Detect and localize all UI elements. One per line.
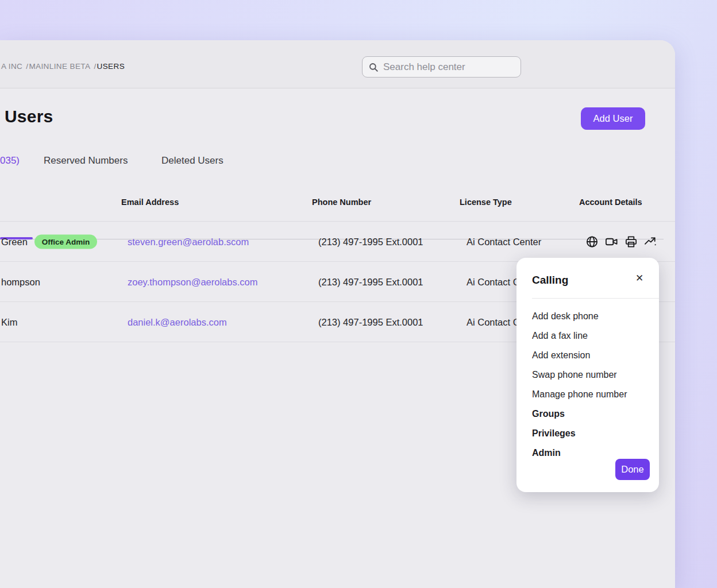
breadcrumb-current-page: USERS <box>97 62 125 71</box>
breadcrumb-separator: / <box>26 62 28 71</box>
search-input[interactable] <box>383 61 515 73</box>
table-row: Green Office Admin steven.green@aerolab.… <box>0 221 675 261</box>
breadcrumb: A INC/MAINLINE BETA/USERS <box>1 62 125 71</box>
tab-deleted-users[interactable]: Deleted Users <box>161 155 223 167</box>
printer-icon[interactable] <box>625 235 638 248</box>
user-license: Ai Contact Center <box>467 236 541 247</box>
search-icon <box>368 62 379 72</box>
user-phone: (213) 497-1995 Ext.0001 <box>318 316 423 327</box>
breadcrumb-org[interactable]: A INC <box>1 62 22 71</box>
screen: A INC/MAINLINE BETA/USERS Users Add User… <box>0 0 717 588</box>
menu-item-privileges[interactable]: Privileges <box>532 424 650 443</box>
calling-popup: Calling ✕ Add desk phone Add a fax line … <box>516 258 659 492</box>
account-details-icons <box>585 235 657 248</box>
user-name-cell: hompson <box>1 276 40 287</box>
user-name: hompson <box>1 276 40 287</box>
done-button[interactable]: Done <box>615 459 650 480</box>
user-email-link[interactable]: steven.green@aerolab.scom <box>128 236 249 247</box>
trending-up-icon[interactable] <box>644 235 657 248</box>
search-box[interactable] <box>362 56 521 78</box>
user-email-link[interactable]: zoey.thompson@aerolabs.com <box>128 276 257 287</box>
office-admin-badge: Office Admin <box>34 234 98 249</box>
page-title: Users <box>5 107 53 126</box>
user-name-cell: Kim <box>1 316 17 327</box>
user-email-link[interactable]: daniel.k@aerolabs.com <box>128 316 227 327</box>
column-header-phone: Phone Number <box>312 198 371 207</box>
user-name: Green <box>1 236 28 247</box>
breadcrumb-account[interactable]: MAINLINE BETA <box>29 62 90 71</box>
popup-menu: Add desk phone Add a fax line Add extens… <box>532 307 650 463</box>
video-camera-icon[interactable] <box>605 235 618 248</box>
menu-item-manage-phone-number[interactable]: Manage phone number <box>532 385 650 404</box>
tabs: 035) Reserved Numbers Deleted Users <box>0 153 675 176</box>
menu-item-add-extension[interactable]: Add extension <box>532 346 650 365</box>
globe-icon[interactable] <box>585 235 599 248</box>
add-user-button[interactable]: Add User <box>581 107 645 130</box>
column-header-account: Account Details <box>579 198 642 207</box>
topbar: A INC/MAINLINE BETA/USERS <box>0 40 675 88</box>
column-header-license: License Type <box>460 198 512 207</box>
user-name: Kim <box>1 316 17 327</box>
popup-title: Calling <box>532 274 568 287</box>
close-icon[interactable]: ✕ <box>633 272 646 285</box>
menu-item-add-desk-phone[interactable]: Add desk phone <box>532 307 650 326</box>
user-phone: (213) 497-1995 Ext.0001 <box>318 236 423 247</box>
user-phone: (213) 497-1995 Ext.0001 <box>318 276 423 287</box>
tab-reserved-numbers[interactable]: Reserved Numbers <box>44 155 128 167</box>
menu-item-groups[interactable]: Groups <box>532 404 650 424</box>
breadcrumb-separator: / <box>94 62 96 71</box>
menu-item-swap-phone-number[interactable]: Swap phone number <box>532 365 650 385</box>
popup-divider <box>532 298 659 299</box>
user-name-cell: Green Office Admin <box>1 234 97 249</box>
menu-item-add-fax-line[interactable]: Add a fax line <box>532 326 650 346</box>
tab-users-count[interactable]: 035) <box>0 155 20 167</box>
column-header-email: Email Address <box>121 198 179 207</box>
